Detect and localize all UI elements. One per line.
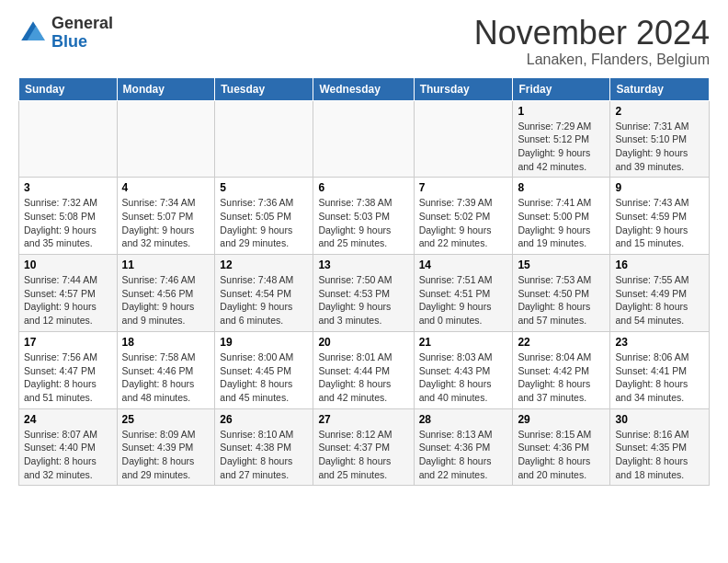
calendar-cell: 9Sunrise: 7:43 AM Sunset: 4:59 PM Daylig…	[610, 178, 710, 255]
day-number: 10	[24, 259, 112, 271]
page: General Blue November 2024 Lanaken, Flan…	[0, 0, 728, 500]
day-number: 15	[518, 259, 605, 271]
day-info: Sunrise: 7:50 AM Sunset: 4:53 PM Dayligh…	[318, 273, 408, 327]
logo-blue-text: Blue	[51, 33, 113, 52]
day-number: 4	[122, 181, 210, 194]
logo-general-text: General	[51, 15, 113, 33]
day-number: 7	[419, 181, 508, 194]
calendar-cell	[313, 100, 414, 178]
day-info: Sunrise: 7:43 AM Sunset: 4:59 PM Dayligh…	[615, 196, 704, 250]
calendar-cell: 8Sunrise: 7:41 AM Sunset: 5:00 PM Daylig…	[513, 178, 610, 255]
col-monday: Monday	[117, 77, 215, 100]
calendar-cell: 26Sunrise: 8:10 AM Sunset: 4:38 PM Dayli…	[215, 408, 313, 486]
day-info: Sunrise: 7:55 AM Sunset: 4:49 PM Dayligh…	[615, 273, 704, 327]
calendar-cell: 29Sunrise: 8:15 AM Sunset: 4:36 PM Dayli…	[513, 408, 610, 486]
calendar-cell: 21Sunrise: 8:03 AM Sunset: 4:43 PM Dayli…	[414, 331, 513, 408]
day-info: Sunrise: 7:34 AM Sunset: 5:07 PM Dayligh…	[122, 196, 210, 250]
day-number: 21	[419, 336, 508, 349]
day-number: 14	[419, 259, 508, 271]
day-info: Sunrise: 8:10 AM Sunset: 4:38 PM Dayligh…	[220, 428, 308, 482]
day-number: 2	[615, 105, 704, 118]
calendar-cell: 22Sunrise: 8:04 AM Sunset: 4:42 PM Dayli…	[513, 331, 610, 408]
calendar-cell	[117, 100, 215, 178]
day-info: Sunrise: 8:01 AM Sunset: 4:44 PM Dayligh…	[318, 350, 408, 405]
title-block: November 2024 Lanaken, Flanders, Belgium	[474, 15, 710, 68]
calendar-week-row: 24Sunrise: 8:07 AM Sunset: 4:40 PM Dayli…	[19, 408, 710, 486]
calendar-cell: 23Sunrise: 8:06 AM Sunset: 4:41 PM Dayli…	[610, 331, 710, 408]
calendar-cell: 15Sunrise: 7:53 AM Sunset: 4:50 PM Dayli…	[513, 255, 610, 332]
day-info: Sunrise: 8:12 AM Sunset: 4:37 PM Dayligh…	[318, 428, 408, 482]
month-title: November 2024	[474, 15, 710, 52]
day-info: Sunrise: 8:00 AM Sunset: 4:45 PM Dayligh…	[220, 350, 308, 405]
day-number: 25	[122, 413, 210, 426]
calendar-cell: 11Sunrise: 7:46 AM Sunset: 4:56 PM Dayli…	[117, 255, 215, 332]
day-number: 29	[518, 413, 605, 426]
day-info: Sunrise: 7:48 AM Sunset: 4:54 PM Dayligh…	[220, 273, 308, 327]
day-number: 12	[220, 259, 308, 271]
calendar-cell: 7Sunrise: 7:39 AM Sunset: 5:02 PM Daylig…	[414, 178, 513, 255]
logo-text: General Blue	[51, 15, 113, 52]
calendar-table: Sunday Monday Tuesday Wednesday Thursday…	[18, 77, 710, 487]
col-sunday: Sunday	[19, 77, 118, 100]
day-number: 16	[615, 259, 704, 271]
calendar-cell: 1Sunrise: 7:29 AM Sunset: 5:12 PM Daylig…	[513, 100, 610, 178]
day-info: Sunrise: 7:56 AM Sunset: 4:47 PM Dayligh…	[24, 350, 112, 405]
day-info: Sunrise: 8:06 AM Sunset: 4:41 PM Dayligh…	[615, 350, 704, 405]
day-info: Sunrise: 7:53 AM Sunset: 4:50 PM Dayligh…	[518, 273, 605, 327]
day-number: 6	[318, 181, 408, 194]
day-info: Sunrise: 7:58 AM Sunset: 4:46 PM Dayligh…	[122, 350, 210, 405]
logo: General Blue	[18, 15, 113, 52]
calendar-cell: 28Sunrise: 8:13 AM Sunset: 4:36 PM Dayli…	[414, 408, 513, 486]
day-number: 27	[318, 413, 408, 426]
day-number: 24	[24, 413, 112, 426]
calendar-cell: 18Sunrise: 7:58 AM Sunset: 4:46 PM Dayli…	[117, 331, 215, 408]
day-info: Sunrise: 7:31 AM Sunset: 5:10 PM Dayligh…	[615, 120, 704, 174]
day-number: 28	[419, 413, 508, 426]
day-info: Sunrise: 7:38 AM Sunset: 5:03 PM Dayligh…	[318, 196, 408, 250]
day-number: 23	[615, 336, 704, 349]
day-number: 19	[220, 336, 308, 349]
calendar-cell: 2Sunrise: 7:31 AM Sunset: 5:10 PM Daylig…	[610, 100, 710, 178]
day-info: Sunrise: 8:13 AM Sunset: 4:36 PM Dayligh…	[419, 428, 508, 482]
day-number: 8	[518, 181, 605, 194]
col-saturday: Saturday	[610, 77, 710, 100]
day-info: Sunrise: 7:32 AM Sunset: 5:08 PM Dayligh…	[24, 196, 112, 250]
day-number: 3	[24, 181, 112, 194]
day-info: Sunrise: 8:16 AM Sunset: 4:35 PM Dayligh…	[615, 428, 704, 482]
day-number: 9	[615, 181, 704, 194]
day-info: Sunrise: 7:41 AM Sunset: 5:00 PM Dayligh…	[518, 196, 605, 250]
day-info: Sunrise: 8:15 AM Sunset: 4:36 PM Dayligh…	[518, 428, 605, 482]
calendar-cell: 27Sunrise: 8:12 AM Sunset: 4:37 PM Dayli…	[313, 408, 414, 486]
day-info: Sunrise: 7:39 AM Sunset: 5:02 PM Dayligh…	[419, 196, 508, 250]
day-info: Sunrise: 7:51 AM Sunset: 4:51 PM Dayligh…	[419, 273, 508, 327]
calendar-header-row: Sunday Monday Tuesday Wednesday Thursday…	[19, 77, 710, 100]
header: General Blue November 2024 Lanaken, Flan…	[18, 15, 710, 68]
calendar-cell	[215, 100, 313, 178]
day-number: 22	[518, 336, 605, 349]
calendar-cell: 20Sunrise: 8:01 AM Sunset: 4:44 PM Dayli…	[313, 331, 414, 408]
day-number: 11	[122, 259, 210, 271]
col-tuesday: Tuesday	[215, 77, 313, 100]
location: Lanaken, Flanders, Belgium	[474, 52, 710, 68]
day-info: Sunrise: 8:09 AM Sunset: 4:39 PM Dayligh…	[122, 428, 210, 482]
col-friday: Friday	[513, 77, 610, 100]
col-wednesday: Wednesday	[313, 77, 414, 100]
calendar-cell: 10Sunrise: 7:44 AM Sunset: 4:57 PM Dayli…	[19, 255, 118, 332]
calendar-cell	[19, 100, 118, 178]
calendar-cell: 25Sunrise: 8:09 AM Sunset: 4:39 PM Dayli…	[117, 408, 215, 486]
day-info: Sunrise: 8:04 AM Sunset: 4:42 PM Dayligh…	[518, 350, 605, 405]
day-info: Sunrise: 7:44 AM Sunset: 4:57 PM Dayligh…	[24, 273, 112, 327]
day-number: 26	[220, 413, 308, 426]
logo-icon	[18, 18, 48, 48]
day-number: 30	[615, 413, 704, 426]
calendar-week-row: 10Sunrise: 7:44 AM Sunset: 4:57 PM Dayli…	[19, 255, 710, 332]
col-thursday: Thursday	[414, 77, 513, 100]
day-info: Sunrise: 8:07 AM Sunset: 4:40 PM Dayligh…	[24, 428, 112, 482]
calendar-cell: 5Sunrise: 7:36 AM Sunset: 5:05 PM Daylig…	[215, 178, 313, 255]
day-info: Sunrise: 8:03 AM Sunset: 4:43 PM Dayligh…	[419, 350, 508, 405]
day-number: 13	[318, 259, 408, 271]
calendar-cell: 19Sunrise: 8:00 AM Sunset: 4:45 PM Dayli…	[215, 331, 313, 408]
day-info: Sunrise: 7:36 AM Sunset: 5:05 PM Dayligh…	[220, 196, 308, 250]
calendar-week-row: 17Sunrise: 7:56 AM Sunset: 4:47 PM Dayli…	[19, 331, 710, 408]
day-number: 17	[24, 336, 112, 349]
